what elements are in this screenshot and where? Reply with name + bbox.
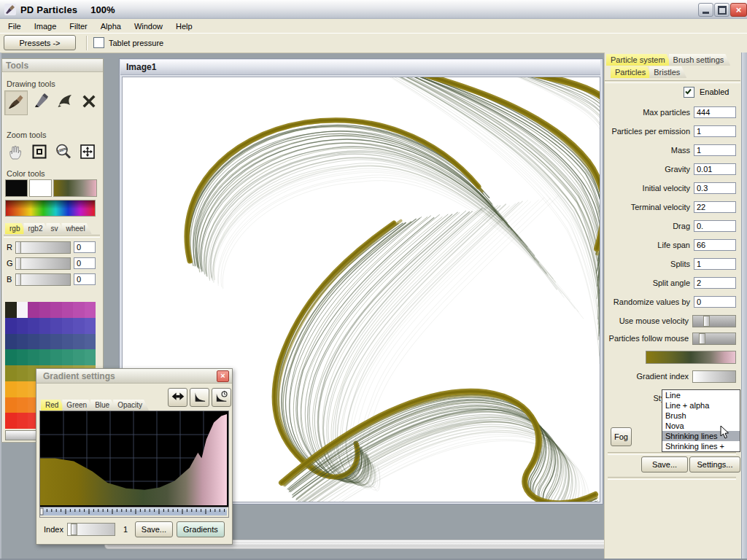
gradient-preview-bar[interactable] xyxy=(646,351,736,364)
settings-button[interactable]: Settings... xyxy=(689,456,740,472)
field-input-split-angle[interactable] xyxy=(694,277,736,289)
field-input-splits[interactable] xyxy=(694,258,736,270)
menu-filter[interactable]: Filter xyxy=(63,20,93,32)
g-slider[interactable] xyxy=(15,257,71,270)
gradient-ruler[interactable] xyxy=(39,507,229,518)
field-input-randomize-values-by[interactable] xyxy=(694,296,736,308)
fog-button[interactable]: Fog xyxy=(611,427,632,446)
b-slider[interactable] xyxy=(15,273,71,286)
palette-color[interactable] xyxy=(50,318,62,334)
field-input-particles-per-emission[interactable] xyxy=(694,125,736,137)
pressets-button[interactable]: Pressets -> xyxy=(4,35,76,50)
save-button[interactable]: Save... xyxy=(641,456,688,472)
palette-color[interactable] xyxy=(28,302,39,318)
tab-rgb[interactable]: rgb xyxy=(5,223,26,234)
image-window-titlebar[interactable]: Image1 xyxy=(120,60,600,75)
gradient-window-titlebar[interactable]: Gradient settings × xyxy=(36,369,232,384)
index-slider-handle[interactable] xyxy=(71,524,77,535)
field-input-mass[interactable] xyxy=(694,144,736,156)
palette-color[interactable] xyxy=(85,318,96,334)
r-value-input[interactable] xyxy=(74,241,96,253)
tab-bristles[interactable]: Bristles xyxy=(649,66,686,78)
palette-color[interactable] xyxy=(5,365,17,381)
background-color-swatch[interactable] xyxy=(29,179,52,197)
tab-green[interactable]: Green xyxy=(62,400,93,411)
menu-image[interactable]: Image xyxy=(28,20,63,32)
minimize-button[interactable] xyxy=(698,3,713,17)
tab-red[interactable]: Red xyxy=(41,400,65,411)
palette-color[interactable] xyxy=(73,302,85,318)
palette-color[interactable] xyxy=(17,413,28,429)
gradient-curve-editor[interactable] xyxy=(39,411,229,508)
pen-tool[interactable] xyxy=(30,90,52,114)
slider-handle[interactable] xyxy=(16,258,21,269)
slider-use-mouse-velocity[interactable] xyxy=(692,315,736,327)
palette-color[interactable] xyxy=(85,349,96,365)
palette-color[interactable] xyxy=(17,349,28,365)
r-slider[interactable] xyxy=(15,241,71,254)
brush-tool[interactable] xyxy=(4,90,28,115)
delete-tool[interactable] xyxy=(78,90,100,114)
palette-color[interactable] xyxy=(85,334,96,350)
curve-decay-button[interactable] xyxy=(190,388,209,407)
style-option-line-alpha[interactable]: Line + alpha xyxy=(662,400,740,411)
palette-color[interactable] xyxy=(5,334,17,350)
palette-color[interactable] xyxy=(5,381,17,397)
palette-color[interactable] xyxy=(5,349,17,365)
palette-color[interactable] xyxy=(5,318,17,334)
palette-color[interactable] xyxy=(39,302,51,318)
slider-handle[interactable] xyxy=(703,316,710,327)
curve-timed-button[interactable] xyxy=(212,388,231,407)
menu-file[interactable]: File xyxy=(1,20,28,32)
palette-color[interactable] xyxy=(17,334,28,350)
hand-tool[interactable] xyxy=(4,141,26,164)
palette-color[interactable] xyxy=(73,318,85,334)
tab-particles[interactable]: Particles xyxy=(611,66,652,78)
palette-color[interactable] xyxy=(85,302,96,318)
gradient-swatch[interactable] xyxy=(53,179,97,197)
palette-color[interactable] xyxy=(50,302,62,318)
palette-color[interactable] xyxy=(5,397,17,413)
palette-color[interactable] xyxy=(5,302,17,318)
palette-color[interactable] xyxy=(17,318,28,334)
b-value-input[interactable] xyxy=(74,273,96,285)
style-option-brush[interactable]: Brush xyxy=(662,411,740,421)
gradient-index-slider[interactable] xyxy=(692,370,736,383)
zoom-100-tool[interactable]: 100% xyxy=(53,141,74,164)
tab-wheel[interactable]: wheel xyxy=(61,223,91,234)
field-input-life-span[interactable] xyxy=(694,239,736,251)
palette-color[interactable] xyxy=(17,365,28,381)
palette-color[interactable] xyxy=(50,349,62,365)
field-input-gravity[interactable] xyxy=(694,163,736,175)
index-slider[interactable] xyxy=(67,523,115,536)
close-button[interactable]: × xyxy=(730,3,747,17)
palette-color[interactable] xyxy=(73,334,85,350)
palette-color[interactable] xyxy=(28,349,39,365)
tab-rgb2[interactable]: rgb2 xyxy=(23,223,49,234)
g-value-input[interactable] xyxy=(74,257,96,269)
style-option-line[interactable]: Line xyxy=(662,390,740,400)
slider-particles-follow-mouse[interactable] xyxy=(692,332,736,345)
pan-tool[interactable] xyxy=(77,141,98,164)
eraser-tool[interactable] xyxy=(54,90,76,114)
zoom-box-tool[interactable] xyxy=(28,141,50,164)
palette-color[interactable] xyxy=(5,413,17,429)
field-input-terminal-velocity[interactable] xyxy=(694,201,736,213)
tab-particle-system[interactable]: Particle system xyxy=(606,54,672,66)
field-input-drag[interactable] xyxy=(694,220,736,232)
menu-help[interactable]: Help xyxy=(169,20,199,32)
tab-opacity[interactable]: Opacity xyxy=(113,400,149,411)
style-option-shrinking-lines-[interactable]: Shrinking lines + xyxy=(662,441,740,451)
flip-horizontal-button[interactable] xyxy=(168,388,187,407)
palette-color[interactable] xyxy=(39,334,51,350)
palette-color[interactable] xyxy=(39,349,51,365)
palette-color[interactable] xyxy=(17,381,28,397)
slider-handle[interactable] xyxy=(16,242,21,253)
gradient-window-close-button[interactable]: × xyxy=(217,370,229,382)
foreground-color-swatch[interactable] xyxy=(5,179,28,197)
menu-alpha[interactable]: Alpha xyxy=(94,20,128,32)
slider-handle[interactable] xyxy=(16,274,21,285)
field-input-max-particles[interactable] xyxy=(694,106,736,118)
restore-button[interactable] xyxy=(714,3,729,17)
palette-color[interactable] xyxy=(73,349,85,365)
